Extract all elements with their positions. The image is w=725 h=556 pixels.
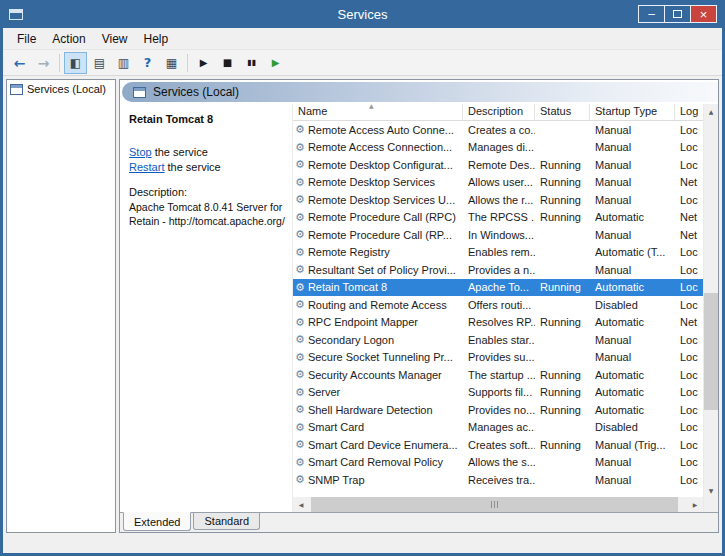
services-list-body: ⚙Remote Access Auto Conne... Creates a c…	[293, 121, 703, 497]
column-header-status[interactable]: Status	[535, 104, 590, 120]
vertical-scrollbar[interactable]: ▲ ▼	[703, 104, 718, 512]
service-row[interactable]: ⚙Remote Procedure Call (RP... In Windows…	[293, 226, 703, 244]
title-bar[interactable]: Services – ×	[3, 0, 722, 28]
service-name-cell: ⚙Remote Procedure Call (RP...	[293, 226, 463, 244]
service-status-cell	[535, 139, 590, 157]
service-row[interactable]: ⚙Remote Access Connection... Manages di.…	[293, 139, 703, 157]
restart-service-link[interactable]: Restart	[129, 161, 164, 173]
service-description-cell: Manages di...	[463, 139, 535, 157]
service-name: Retain Tomcat 8	[308, 281, 387, 293]
service-description-cell: The RPCSS ...	[463, 209, 535, 227]
vertical-scroll-thumb[interactable]	[704, 293, 718, 410]
toolbar: ← → ◧ ▤ ▥ ? ▦ ▶ ■ ▮▮ ▶	[3, 49, 722, 76]
service-row[interactable]: ⚙Server Supports fil... Running Automati…	[293, 384, 703, 402]
column-header-name[interactable]: Name▲	[293, 104, 463, 120]
service-row[interactable]: ⚙Remote Desktop Services Allows user... …	[293, 174, 703, 192]
service-description-cell: Provides no...	[463, 401, 535, 419]
service-startup-type-cell: Automatic	[590, 279, 675, 297]
service-row[interactable]: ⚙Remote Registry Enables rem... Automati…	[293, 244, 703, 262]
tree-item-services-local[interactable]: Services (Local)	[7, 80, 115, 97]
horizontal-scroll-thumb[interactable]	[311, 497, 678, 512]
service-name: Remote Desktop Services	[308, 176, 435, 188]
service-gear-icon: ⚙	[295, 228, 305, 241]
service-startup-type-cell: Manual	[590, 226, 675, 244]
window-controls: – ×	[638, 5, 717, 23]
service-row[interactable]: ⚙Smart Card Manages ac... Disabled Loc	[293, 419, 703, 437]
service-row[interactable]: ⚙RPC Endpoint Mapper Resolves RP... Runn…	[293, 314, 703, 332]
scroll-up-icon[interactable]: ▲	[704, 104, 718, 118]
menu-view[interactable]: View	[94, 30, 136, 48]
service-row[interactable]: ⚙Remote Desktop Services U... Allows the…	[293, 191, 703, 209]
tab-extended[interactable]: Extended	[123, 512, 191, 531]
column-header-startup-type[interactable]: Startup Type	[590, 104, 675, 120]
service-name-cell: ⚙Routing and Remote Access	[293, 296, 463, 314]
vertical-scroll-track[interactable]	[704, 118, 718, 483]
forward-button[interactable]: →	[32, 52, 55, 74]
restart-service-suffix: the service	[164, 161, 220, 173]
service-log-on-as-cell: Loc	[675, 244, 703, 262]
service-description-cell: Allows the r...	[463, 191, 535, 209]
stop-service-button[interactable]: ■	[216, 52, 239, 74]
service-row[interactable]: ⚙Remote Procedure Call (RPC) The RPCSS .…	[293, 209, 703, 227]
help-button[interactable]: ?	[136, 52, 159, 74]
service-startup-type-cell: Manual	[590, 331, 675, 349]
show-console-tree-button[interactable]: ◧	[64, 52, 87, 74]
menu-action[interactable]: Action	[44, 30, 93, 48]
service-description-cell: Offers routi...	[463, 296, 535, 314]
minimize-button[interactable]: –	[638, 5, 665, 23]
service-row[interactable]: ⚙Remote Desktop Configurat... Remote Des…	[293, 156, 703, 174]
column-header-log-on-as[interactable]: Log	[675, 104, 703, 120]
properties-button[interactable]: ▤	[88, 52, 111, 74]
column-header-description[interactable]: Description	[463, 104, 535, 120]
restart-service-button[interactable]: ▶	[264, 52, 287, 74]
service-name: Remote Access Auto Conne...	[308, 124, 454, 136]
service-gear-icon: ⚙	[295, 351, 305, 364]
refresh-button[interactable]: ▦	[160, 52, 183, 74]
service-name: Shell Hardware Detection	[308, 404, 433, 416]
service-gear-icon: ⚙	[295, 438, 305, 451]
service-name: Remote Registry	[308, 246, 390, 258]
menu-file[interactable]: File	[9, 30, 44, 48]
service-row[interactable]: ⚙Retain Tomcat 8 Apache To... Running Au…	[293, 279, 703, 297]
service-row[interactable]: ⚙Secondary Logon Enables star... Manual …	[293, 331, 703, 349]
service-log-on-as-cell: Loc	[675, 454, 703, 472]
scroll-right-icon[interactable]: ▶	[687, 497, 703, 512]
service-row[interactable]: ⚙SNMP Trap Receives tra... Manual Loc	[293, 471, 703, 489]
scroll-left-icon[interactable]: ◀	[293, 497, 309, 512]
service-name-cell: ⚙Resultant Set of Policy Provi...	[293, 261, 463, 279]
maximize-button[interactable]	[664, 5, 691, 23]
stop-service-link[interactable]: Stop	[129, 146, 152, 158]
service-log-on-as-cell: Loc	[675, 191, 703, 209]
service-name: RPC Endpoint Mapper	[308, 316, 418, 328]
service-status-cell: Running	[535, 314, 590, 332]
extended-info-pane: Retain Tomcat 8 Stop the service Restart…	[120, 104, 292, 512]
horizontal-scroll-track[interactable]	[309, 497, 687, 512]
scroll-down-icon[interactable]: ▼	[704, 483, 718, 497]
export-list-button[interactable]: ▥	[112, 52, 135, 74]
horizontal-scrollbar[interactable]: ◀ ▶	[293, 497, 703, 512]
menu-help[interactable]: Help	[136, 30, 177, 48]
pause-service-button[interactable]: ▮▮	[240, 52, 263, 74]
service-row[interactable]: ⚙Remote Access Auto Conne... Creates a c…	[293, 121, 703, 139]
service-name: Smart Card	[308, 421, 364, 433]
service-name-cell: ⚙Remote Desktop Configurat...	[293, 156, 463, 174]
service-startup-type-cell: Disabled	[590, 296, 675, 314]
tab-standard[interactable]: Standard	[193, 513, 260, 530]
service-row[interactable]: ⚙Resultant Set of Policy Provi... Provid…	[293, 261, 703, 279]
service-row[interactable]: ⚙Shell Hardware Detection Provides no...…	[293, 401, 703, 419]
service-row[interactable]: ⚙Routing and Remote Access Offers routi.…	[293, 296, 703, 314]
service-row[interactable]: ⚙Secure Socket Tunneling Pr... Provides …	[293, 349, 703, 367]
service-name-cell: ⚙Secure Socket Tunneling Pr...	[293, 349, 463, 367]
services-node-icon	[10, 84, 23, 95]
console-tree-panel: Services (Local)	[6, 79, 116, 533]
service-startup-type-cell: Automatic	[590, 384, 675, 402]
service-log-on-as-cell: Loc	[675, 436, 703, 454]
close-button[interactable]: ×	[690, 5, 717, 23]
service-row[interactable]: ⚙Smart Card Device Enumera... Creates so…	[293, 436, 703, 454]
service-row[interactable]: ⚙Security Accounts Manager The startup .…	[293, 366, 703, 384]
service-description-cell: Creates soft...	[463, 436, 535, 454]
back-button[interactable]: ←	[8, 52, 31, 74]
service-name-cell: ⚙Server	[293, 384, 463, 402]
service-row[interactable]: ⚙Smart Card Removal Policy Allows the s.…	[293, 454, 703, 472]
start-service-button[interactable]: ▶	[192, 52, 215, 74]
